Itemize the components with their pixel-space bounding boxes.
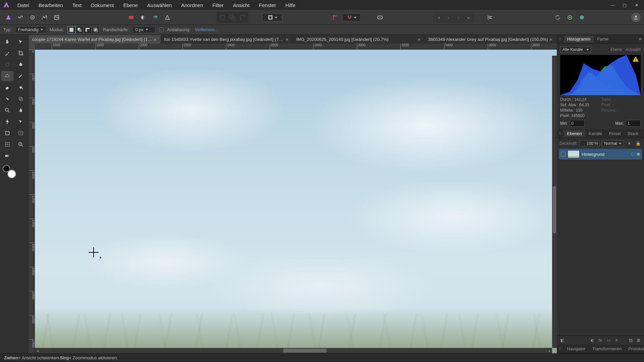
layer-visible-icon[interactable] [637,153,640,156]
tab-color[interactable]: Farbe [594,36,612,43]
channel-dropdown[interactable]: Alle Kanäle [560,46,591,53]
layer-link-icon[interactable] [631,153,635,156]
color-picker-tool-icon[interactable] [1,48,13,58]
hist-scope-selection[interactable]: Auswahl [626,47,641,52]
layer-visibility-checkbox[interactable] [561,152,566,157]
menu-text[interactable]: Text [68,1,87,9]
mode-add-icon[interactable] [75,26,84,34]
mode-intersect-icon[interactable] [92,26,100,34]
auto-white-balance-icon[interactable] [162,13,172,22]
ruler-vertical[interactable]: 0200400600800100012001400160018002000220… [29,50,35,353]
menu-datei[interactable]: Datei [13,1,34,9]
min-input[interactable] [570,120,585,127]
persona-photo-icon[interactable] [3,13,13,22]
flood-select-tool-icon[interactable] [15,60,27,70]
selection-add-icon[interactable] [227,13,237,22]
window-minimize[interactable]: ― [606,0,619,10]
blend-mode-dropdown[interactable]: Normal [602,140,624,147]
sync-add-icon[interactable] [565,13,575,22]
paint-brush-tool-icon[interactable] [15,71,27,81]
panel-grip-icon[interactable]: ⠿ [557,131,564,136]
scrollbar-vertical[interactable] [552,56,557,348]
hist-scope-layer[interactable]: Ebene [610,47,622,52]
fill-tool-icon[interactable] [15,82,27,93]
color-swatches[interactable] [3,165,16,178]
tab-histogram[interactable]: Histogramm [564,36,594,43]
auto-contrast-icon[interactable] [138,13,148,22]
canvas[interactable]: + [35,50,557,353]
clone-tool-icon[interactable] [15,94,27,104]
menu-ansicht[interactable]: Ansicht [228,1,254,9]
opacity-input[interactable]: 100 % [580,140,600,147]
tab-close-icon[interactable]: × [549,37,553,42]
add-adjustment-icon[interactable]: ◐ [589,337,596,343]
tab-stock[interactable]: Stock [624,130,642,137]
text-tool-icon[interactable]: T [15,128,27,138]
menu-ebene[interactable]: Ebene [118,1,142,9]
type-dropdown[interactable]: Freihändig [15,26,46,33]
persona-develop-icon[interactable] [28,13,38,22]
add-mask-layer-icon[interactable]: ▭ [605,337,612,343]
menu-hilfe[interactable]: Hilfe [281,1,300,9]
selection-brush-tool-icon[interactable] [1,60,13,70]
persona-tone-icon[interactable] [40,13,50,22]
scrollbar-v-thumb[interactable] [553,186,556,233]
scrollbar-horizontal[interactable]: ◂ ▸ [35,348,552,353]
node-tool-icon[interactable] [15,117,27,127]
add-layer-icon[interactable]: ▤ [627,337,634,343]
persona-liquify-icon[interactable] [15,13,25,22]
mesh-tool-icon[interactable] [1,139,13,149]
tab-channels[interactable]: Kanäle [585,130,605,137]
layer-row[interactable]: Hintergrund [559,149,642,160]
document-tab[interactable]: fox-1540833 Yvette van den Berg pixabay.… [161,35,293,44]
smudge-tool-icon[interactable] [15,105,27,115]
document-tab[interactable]: 3805349 Alexander Grey auf Pixabay.jpg [… [425,35,557,44]
selection-new-icon[interactable] [217,13,227,22]
scroll-right-icon[interactable]: ▸ [547,348,552,353]
menu-fenster[interactable]: Fenster [254,1,281,9]
tab-history[interactable]: Protokoll [625,345,644,352]
tab-navigator[interactable]: Navigator [564,345,589,352]
menu-auswählen[interactable]: Auswählen [143,1,176,9]
move-tool-icon[interactable] [15,37,27,47]
gradient-tool-icon[interactable] [1,151,13,161]
snapping-icon[interactable] [330,13,340,22]
zoom-tool-icon[interactable] [15,139,27,149]
layer-mask-icon[interactable]: ◧ [559,337,566,343]
crop-tool-icon[interactable] [15,48,27,58]
document-tab[interactable]: IMG_20200625_205140.jpg [Geändert] (20,7… [293,35,425,44]
tab-close-icon[interactable]: × [153,37,157,42]
scroll-left-icon[interactable]: ◂ [35,348,40,353]
shape-tool-icon[interactable] [1,128,13,138]
hand-tool-icon[interactable] [1,37,13,47]
window-close[interactable]: ✕ [631,0,643,10]
panel-grip-icon[interactable]: ⠿ [557,37,564,41]
panel-menu-icon[interactable]: ≡ [642,131,644,136]
quick-mask-dropdown[interactable] [262,13,282,21]
add-fx-icon[interactable]: fx [597,337,604,343]
add-live-filter-icon[interactable]: ✕ [613,337,620,343]
refine-button[interactable]: Verfeinern… [193,26,221,33]
document-tab[interactable]: couple-1718244 Karen Warfel auf Pixabay.… [29,35,161,44]
erase-tool-icon[interactable] [1,82,13,93]
tab-close-icon[interactable]: × [285,37,289,42]
scrollbar-h-thumb[interactable] [283,349,327,353]
tab-close-icon[interactable]: × [417,37,421,42]
antialias-checkbox[interactable] [159,27,164,32]
foreground-color-swatch[interactable] [7,170,16,178]
delete-layer-icon[interactable]: 🗑 [635,337,642,343]
ruler-horizontal[interactable]: 1600180020002200240026002800300032003400… [35,44,557,50]
snapping-options-dropdown[interactable] [342,13,361,21]
dodge-tool-icon[interactable] [1,105,13,115]
tab-transform[interactable]: Transformieren [589,345,625,352]
mode-subtract-icon[interactable] [84,26,92,34]
pen-tool-icon[interactable] [1,117,13,127]
panel-menu-icon[interactable]: ≡ [636,37,644,42]
auto-colors-icon[interactable] [150,13,160,22]
layer-lock-icon[interactable]: 🔒 [635,140,641,147]
tab-brushes[interactable]: Pinsel [605,130,624,137]
max-input[interactable] [626,120,641,127]
layer-fx-icon[interactable]: ✶ [626,140,633,147]
menu-filter[interactable]: Filter [208,1,228,9]
account-avatar[interactable] [631,13,641,22]
